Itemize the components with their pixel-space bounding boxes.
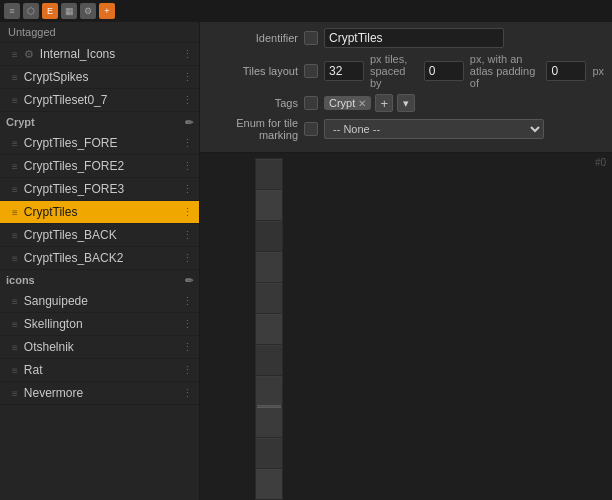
svg-rect-1 <box>256 159 282 189</box>
enum-row: Enum for tile marking -- None -- <box>208 117 604 141</box>
tileset-canvas <box>200 153 612 500</box>
list-item[interactable]: ≡ CryptTiles_BACK2 ⋮ <box>0 247 199 270</box>
edit-icon[interactable]: ✏ <box>185 275 193 286</box>
add-icon[interactable]: + <box>99 3 115 19</box>
dots-icon[interactable]: ⋮ <box>182 318 193 331</box>
tag-remove-button[interactable]: ✕ <box>358 98 366 109</box>
grid-icon[interactable]: ▦ <box>61 3 77 19</box>
tags-label: Tags <box>208 97 298 109</box>
item-label: CryptTiles_BACK <box>24 228 176 242</box>
dots-icon[interactable]: ⋮ <box>182 137 193 150</box>
atlas-padding-label: px, with an atlas padding of <box>470 53 541 89</box>
identifier-label: Identifier <box>208 32 298 44</box>
svg-rect-9 <box>256 407 282 437</box>
dots-icon[interactable]: ⋮ <box>182 341 193 354</box>
tag-add-button[interactable]: + <box>375 94 393 112</box>
drag-handle-icon: ≡ <box>12 95 18 106</box>
list-item[interactable]: ≡ CryptTileset0_7 ⋮ <box>0 89 199 112</box>
item-label: Internal_Icons <box>40 47 176 61</box>
svg-rect-21 <box>256 314 282 315</box>
dots-icon[interactable]: ⋮ <box>182 183 193 196</box>
tag-badge: Crypt ✕ <box>324 96 371 110</box>
canvas-area[interactable]: #0 <box>200 153 612 500</box>
identifier-input[interactable] <box>324 28 504 48</box>
entity-icon[interactable]: E <box>42 3 58 19</box>
svg-rect-2 <box>256 190 282 220</box>
svg-rect-11 <box>256 469 282 499</box>
dots-icon[interactable]: ⋮ <box>182 71 193 84</box>
settings-icon[interactable]: ⚙ <box>80 3 96 19</box>
item-label: Otshelnik <box>24 340 176 354</box>
identifier-row: Identifier <box>208 28 604 48</box>
dots-icon[interactable]: ⋮ <box>182 364 193 377</box>
list-item[interactable]: ≡ CryptSpikes ⋮ <box>0 66 199 89</box>
dots-icon[interactable]: ⋮ <box>182 160 193 173</box>
dots-icon[interactable]: ⋮ <box>182 252 193 265</box>
svg-rect-4 <box>256 252 282 282</box>
svg-rect-10 <box>256 438 282 468</box>
drag-handle-icon: ≡ <box>12 230 18 241</box>
tiles-layout-checkbox[interactable] <box>304 64 318 78</box>
list-item[interactable]: ≡ Skellington ⋮ <box>0 313 199 336</box>
item-label: CryptTiles_FORE2 <box>24 159 176 173</box>
dots-icon[interactable]: ⋮ <box>182 48 193 61</box>
menu-icon[interactable]: ≡ <box>4 3 20 19</box>
svg-rect-20 <box>256 283 282 284</box>
drag-handle-icon: ≡ <box>12 296 18 307</box>
dots-icon[interactable]: ⋮ <box>182 229 193 242</box>
item-label: CryptTiles_FORE <box>24 136 176 150</box>
svg-rect-26 <box>256 469 282 470</box>
tag-name: Crypt <box>329 97 355 109</box>
svg-rect-17 <box>256 190 282 191</box>
properties-area: Identifier Tiles layout px tiles, spaced… <box>200 22 612 153</box>
tiles-layout-input[interactable] <box>324 61 364 81</box>
atlas-padding-input[interactable] <box>546 61 586 81</box>
dots-icon[interactable]: ⋮ <box>182 94 193 107</box>
item-label: Skellington <box>24 317 176 331</box>
dots-icon[interactable]: ⋮ <box>182 206 193 219</box>
item-label: Rat <box>24 363 176 377</box>
item-label: CryptTiles_FORE3 <box>24 182 176 196</box>
tag-dropdown-button[interactable]: ▾ <box>397 94 415 112</box>
enum-checkbox[interactable] <box>304 122 318 136</box>
enum-select[interactable]: -- None -- <box>324 119 544 139</box>
edit-icon[interactable]: ✏ <box>185 117 193 128</box>
hex-icon[interactable]: ⬡ <box>23 3 39 19</box>
spaced-by-input[interactable] <box>424 61 464 81</box>
drag-handle-icon: ≡ <box>12 253 18 264</box>
svg-rect-5 <box>256 283 282 313</box>
svg-rect-3 <box>256 221 282 251</box>
drag-handle-icon: ≡ <box>12 319 18 330</box>
svg-rect-7 <box>256 345 282 375</box>
list-item[interactable]: ≡ Rat ⋮ <box>0 359 199 382</box>
svg-rect-22 <box>256 345 282 346</box>
list-item[interactable]: ≡ ⚙ Internal_Icons ⋮ <box>0 43 199 66</box>
drag-handle-icon: ≡ <box>12 207 18 218</box>
drag-handle-icon: ≡ <box>12 138 18 149</box>
main-layout: Untagged ≡ ⚙ Internal_Icons ⋮ ≡ CryptSpi… <box>0 22 612 500</box>
svg-rect-8 <box>256 376 282 406</box>
list-item[interactable]: ≡ CryptTiles_FORE ⋮ <box>0 132 199 155</box>
tags-checkbox[interactable] <box>304 96 318 110</box>
list-item[interactable]: ≡ CryptTiles_FORE3 ⋮ <box>0 178 199 201</box>
untagged-label: Untagged <box>8 26 56 38</box>
list-item[interactable]: ≡ CryptTiles_BACK ⋮ <box>0 224 199 247</box>
px-tiles-label: px tiles, spaced by <box>370 53 418 89</box>
svg-rect-23 <box>256 376 282 377</box>
px-unit-label: px <box>592 65 604 77</box>
list-item[interactable]: ≡ CryptTiles_FORE2 ⋮ <box>0 155 199 178</box>
list-item[interactable]: ≡ Sanguipede ⋮ <box>0 290 199 313</box>
list-item-active[interactable]: ≡ CryptTiles ⋮ <box>0 201 199 224</box>
list-item[interactable]: ≡ Nevermore ⋮ <box>0 382 199 405</box>
list-item[interactable]: ≡ Otshelnik ⋮ <box>0 336 199 359</box>
dots-icon[interactable]: ⋮ <box>182 295 193 308</box>
drag-handle-icon: ≡ <box>12 184 18 195</box>
item-label: CryptSpikes <box>24 70 176 84</box>
dots-icon[interactable]: ⋮ <box>182 387 193 400</box>
section-label: Crypt <box>6 116 35 128</box>
identifier-checkbox[interactable] <box>304 31 318 45</box>
untagged-header: Untagged <box>0 22 199 43</box>
drag-handle-icon: ≡ <box>12 365 18 376</box>
item-label: Sanguipede <box>24 294 176 308</box>
item-label: Nevermore <box>24 386 176 400</box>
